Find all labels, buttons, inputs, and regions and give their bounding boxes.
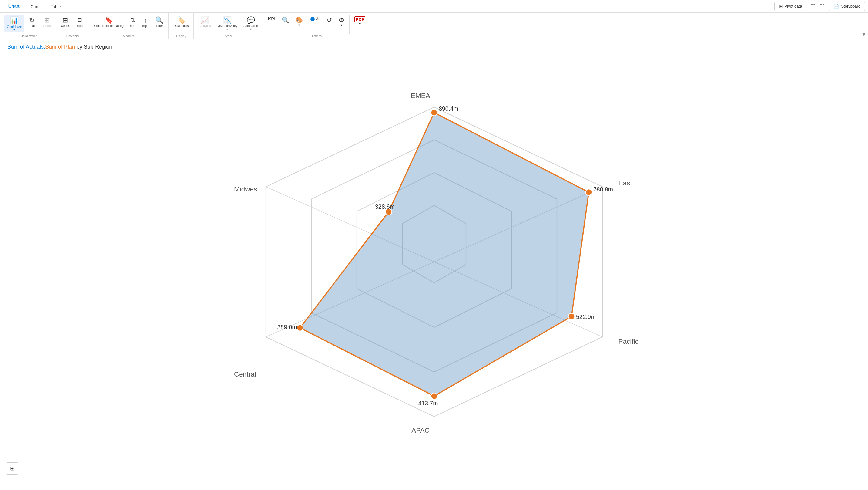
kpi-button[interactable]: KPI — [266, 15, 278, 26]
actions-label: Actions — [266, 34, 368, 38]
measure-label: Measure — [92, 34, 166, 38]
main-toolbar: 📊 Chart Type ▼ ↻ Rotate ⊞ Trellis Visual… — [0, 13, 868, 39]
svg-text:Midwest: Midwest — [234, 185, 259, 193]
radar-chart-svg: 890.4m 780.8m 522.9m 413.7m 389.0m 328.6… — [222, 80, 646, 444]
svg-text:Pacific: Pacific — [618, 338, 638, 345]
paint-chevron: ▼ — [298, 24, 301, 27]
settings-button[interactable]: ⚙ ▼ — [336, 15, 347, 28]
sort-button[interactable]: ⇅ Sort — [127, 15, 138, 29]
story-label: Story — [196, 34, 260, 38]
deviation-icon: 📉 — [223, 17, 231, 24]
chart-type-chevron: ▼ — [13, 28, 16, 31]
trellis-icon: ⊞ — [44, 17, 50, 24]
data-labels-icon: 🏷️ — [177, 17, 185, 24]
top-n-button[interactable]: ↑ Top n — [140, 15, 152, 29]
toolbar-group-story: 📈 Analytics 📉 Deviation Story ▼ 💬 Annota… — [194, 13, 263, 39]
toolbar-group-actions: KPI 🔍 🎨 ▼ A ↺ ⚙ ▼ PDF — [263, 13, 370, 39]
pdf-button[interactable]: PDF ▼ — [352, 15, 368, 27]
conditional-formatting-icon: 🔖 — [105, 17, 113, 24]
radar-chart-container: 890.4m 780.8m 522.9m 413.7m 389.0m 328.6… — [0, 54, 868, 484]
deviation-story-button[interactable]: 📉 Deviation Story ▼ — [214, 15, 240, 32]
storyboard-button[interactable]: 📄 Storyboard — [829, 2, 865, 11]
trellis-button[interactable]: ⊞ Trellis — [40, 15, 53, 29]
filter-icon: 🔍 — [155, 17, 163, 24]
tab-card[interactable]: Card — [25, 1, 45, 12]
svg-text:EMEA: EMEA — [411, 92, 430, 99]
sort-icon: ⇅ — [130, 17, 135, 24]
filter-icon-top[interactable]: ☷ — [811, 3, 815, 10]
color-dot-blue[interactable] — [310, 17, 315, 21]
toolbar-group-visualization: 📊 Chart Type ▼ ↻ Rotate ⊞ Trellis Visual… — [2, 13, 56, 39]
paint-button[interactable]: 🎨 ▼ — [293, 15, 305, 28]
category-label: Category — [59, 34, 86, 38]
toolbar-group-measure: 🔖 Conditional formatting ▼ ⇅ Sort ↑ Top … — [89, 13, 169, 39]
filter-button[interactable]: 🔍 Filter — [153, 15, 166, 29]
svg-text:780.8m: 780.8m — [593, 186, 613, 192]
pivot-data-button[interactable]: ⊞ Pivot data — [774, 2, 807, 11]
svg-text:413.7m: 413.7m — [418, 400, 438, 406]
refresh-button[interactable]: ↺ — [324, 15, 335, 25]
svg-text:East: East — [618, 179, 632, 187]
plan-label: Sum of Plan — [45, 44, 75, 50]
settings-chevron: ▼ — [340, 24, 343, 27]
split-button[interactable]: ⧉ Split — [73, 15, 87, 29]
visualization-label: Visualization — [4, 34, 53, 38]
conditional-formatting-button[interactable]: 🔖 Conditional formatting ▼ — [92, 15, 126, 32]
analytics-icon: 📈 — [201, 17, 209, 24]
actuals-label: Sum of Actuals — [7, 44, 44, 50]
refresh-icon: ↺ — [327, 17, 332, 24]
chart-type-icon: 📊 — [10, 17, 18, 24]
svg-text:522.9m: 522.9m — [576, 313, 596, 320]
chart-type-button[interactable]: 📊 Chart Type ▼ — [4, 15, 24, 32]
grid-icon-top[interactable]: ☷ — [820, 3, 825, 10]
search-icon: 🔍 — [282, 17, 289, 24]
kpi-text-icon: KPI — [268, 17, 276, 21]
svg-marker-10 — [300, 113, 589, 396]
svg-text:328.6m: 328.6m — [375, 203, 395, 210]
annotation-icon: 💬 — [247, 17, 255, 24]
split-icon: ⧉ — [78, 17, 83, 24]
conditional-formatting-chevron: ▼ — [107, 28, 111, 31]
data-labels-button[interactable]: 🏷️ Data labels — [171, 15, 191, 29]
toolbar-expand[interactable]: ▼ — [861, 13, 866, 39]
annotation-button[interactable]: 💬 Annotation ▼ — [241, 15, 260, 32]
annotation-chevron: ▼ — [249, 28, 252, 31]
series-button[interactable]: ⊞ Series — [59, 15, 72, 29]
storyboard-icon: 📄 — [833, 4, 839, 9]
rotate-button[interactable]: ↻ Rotate — [25, 15, 39, 29]
toolbar-group-display: 🏷️ Data labels Display — [168, 13, 194, 39]
tab-table[interactable]: Table — [45, 1, 66, 12]
search-button[interactable]: 🔍 — [279, 15, 292, 25]
top-n-icon: ↑ — [144, 17, 147, 24]
tab-chart[interactable]: Chart — [3, 1, 25, 12]
rotate-icon: ↻ — [29, 17, 35, 24]
chart-settings-icon[interactable]: ⊞ — [6, 462, 18, 474]
svg-point-13 — [568, 313, 575, 319]
series-icon: ⊞ — [62, 17, 68, 24]
settings-icon: ⚙ — [339, 17, 344, 24]
svg-point-14 — [431, 393, 437, 399]
pivot-icon: ⊞ — [779, 4, 783, 9]
pdf-icon: PDF — [354, 17, 365, 23]
svg-text:APAC: APAC — [411, 426, 430, 434]
svg-text:Central: Central — [234, 371, 256, 378]
rest-label: by Sub Region — [75, 44, 112, 50]
color-dot-text[interactable]: A — [316, 17, 319, 21]
svg-point-12 — [585, 189, 592, 195]
paint-icon: 🎨 — [295, 17, 303, 24]
toolbar-group-category: ⊞ Series ⧉ Split Category — [56, 13, 89, 39]
chart-title: Sum of Actuals,Sum of Plan by Sub Region — [0, 39, 868, 54]
analytics-button[interactable]: 📈 Analytics — [196, 15, 213, 29]
svg-text:890.4m: 890.4m — [439, 105, 458, 112]
svg-point-11 — [431, 109, 437, 116]
deviation-chevron: ▼ — [226, 28, 228, 31]
display-label: Display — [171, 34, 191, 38]
svg-point-15 — [297, 325, 303, 331]
pdf-chevron: ▼ — [359, 23, 362, 26]
svg-text:389.0m: 389.0m — [277, 324, 297, 330]
